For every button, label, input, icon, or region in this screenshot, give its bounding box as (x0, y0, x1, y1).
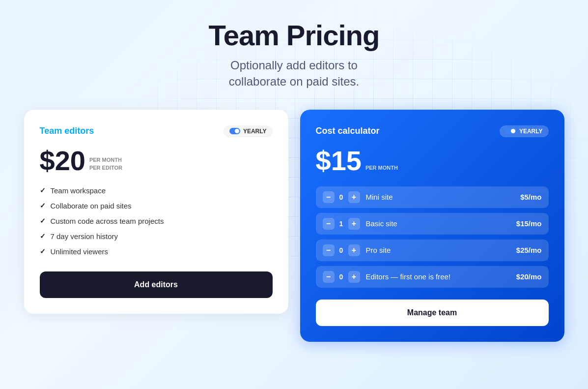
check-icon: ✓ (40, 232, 46, 240)
yearly-label-left: YEARLY (243, 128, 267, 135)
feature-label: Custom code across team projects (51, 217, 164, 225)
feature-item: ✓Collaborate on paid sites (40, 202, 273, 210)
stepper-3: − 0 + (323, 271, 360, 283)
calc-price-1: $15/mo (516, 219, 542, 228)
stepper-minus-0[interactable]: − (323, 191, 335, 203)
features-list: ✓Team workspace✓Collaborate on paid site… (40, 186, 273, 256)
calculator-rows: − 0 + Mini site $5/mo − 1 + Basic site $… (316, 186, 549, 288)
calc-label-1: Basic site (366, 219, 510, 228)
feature-label: Collaborate on paid sites (51, 202, 132, 210)
check-icon: ✓ (40, 186, 46, 194)
price-amount-right: $15 (316, 147, 362, 175)
yearly-toggle-right[interactable]: YEARLY (500, 125, 549, 137)
cost-calculator-title: Cost calculator (316, 126, 380, 136)
check-icon: ✓ (40, 202, 46, 209)
check-icon: ✓ (40, 247, 46, 255)
feature-item: ✓Team workspace (40, 186, 273, 195)
team-editors-card: Team editors YEARLY $20 PER MONTH PER ED… (24, 110, 288, 314)
calc-label-3: Editors — first one is free! (366, 272, 510, 281)
stepper-1: − 1 + (323, 218, 360, 230)
check-icon: ✓ (40, 217, 46, 225)
stepper-plus-0[interactable]: + (348, 191, 360, 203)
calc-row: − 0 + Editors — first one is free! $20/m… (316, 266, 549, 288)
add-editors-button[interactable]: Add editors (40, 271, 273, 298)
feature-label: Unlimited viewers (51, 247, 109, 256)
yearly-toggle-left[interactable]: YEARLY (224, 125, 273, 137)
calc-row: − 0 + Pro site $25/mo (316, 239, 549, 261)
price-amount-left: $20 (40, 147, 85, 175)
page-header: Team Pricing Optionally add editors to c… (209, 20, 380, 90)
card-header-right: Cost calculator YEARLY (316, 125, 549, 137)
toggle-icon-left (229, 128, 240, 134)
subtitle-line2: collaborate on paid sites. (229, 75, 360, 88)
calc-label-2: Pro site (366, 246, 510, 254)
stepper-value-2: 0 (338, 246, 344, 254)
feature-item: ✓Custom code across team projects (40, 217, 273, 225)
card-header-left: Team editors YEARLY (40, 125, 273, 137)
feature-item: ✓7 day version history (40, 232, 273, 240)
stepper-2: − 0 + (323, 244, 360, 256)
stepper-plus-2[interactable]: + (348, 244, 360, 256)
stepper-value-0: 0 (338, 193, 344, 201)
team-editors-title: Team editors (40, 126, 94, 136)
calc-row: − 1 + Basic site $15/mo (316, 213, 549, 235)
price-row-right: $15 PER MONTH (316, 147, 549, 175)
page-subtitle: Optionally add editors to collaborate on… (209, 57, 380, 90)
stepper-plus-3[interactable]: + (348, 271, 360, 283)
yearly-label-right: YEARLY (519, 128, 543, 135)
stepper-value-3: 0 (338, 273, 344, 281)
feature-label: Team workspace (51, 186, 106, 195)
calc-price-3: $20/mo (516, 272, 542, 281)
calc-price-0: $5/mo (520, 193, 541, 201)
manage-team-button[interactable]: Manage team (316, 299, 549, 326)
subtitle-line1: Optionally add editors to (230, 59, 358, 72)
cost-calculator-card: Cost calculator YEARLY $15 PER MONTH − 0… (300, 110, 564, 342)
stepper-0: − 0 + (323, 191, 360, 203)
page-title: Team Pricing (209, 20, 380, 51)
stepper-value-1: 1 (338, 220, 344, 228)
price-row-left: $20 PER MONTH PER EDITOR (40, 147, 273, 175)
stepper-plus-1[interactable]: + (348, 218, 360, 230)
calc-price-2: $25/mo (516, 246, 542, 254)
cards-container: Team editors YEARLY $20 PER MONTH PER ED… (24, 110, 564, 342)
stepper-minus-2[interactable]: − (323, 244, 335, 256)
feature-label: 7 day version history (51, 232, 118, 240)
feature-item: ✓Unlimited viewers (40, 247, 273, 256)
calc-label-0: Mini site (366, 193, 515, 201)
calc-row: − 0 + Mini site $5/mo (316, 186, 549, 208)
price-meta-right: PER MONTH (365, 164, 398, 175)
toggle-icon-right (505, 128, 516, 134)
stepper-minus-3[interactable]: − (323, 271, 335, 283)
stepper-minus-1[interactable]: − (323, 218, 335, 230)
price-meta-left: PER MONTH PER EDITOR (89, 156, 122, 175)
